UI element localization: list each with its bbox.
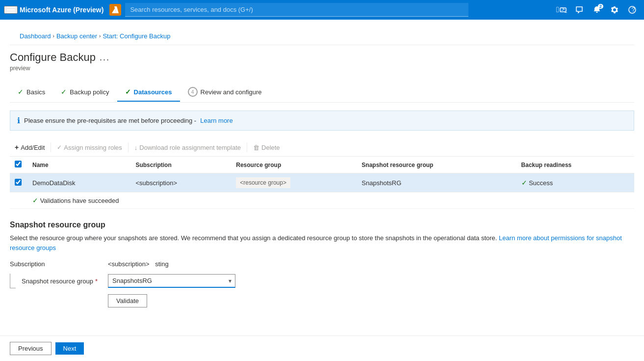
row-checkbox-cell <box>10 173 27 193</box>
subscription-extra: sting <box>155 260 168 268</box>
page-subtitle: preview <box>10 65 634 72</box>
row-resource-group: <resource group> <box>231 173 357 193</box>
row-subscription: <subscription> <box>130 173 231 193</box>
help-button[interactable]: ? <box>624 2 640 18</box>
validation-check-cell <box>10 193 27 209</box>
snapshot-section-desc: Select the resource group where your sna… <box>10 233 634 252</box>
tab-review-configure[interactable]: 4 Review and configure <box>180 82 270 103</box>
tab-datasources-label: Datasources <box>134 88 172 96</box>
snapshot-rg-label: Snapshot resource group * <box>10 274 108 288</box>
col-resource-group: Resource group <box>231 157 357 173</box>
svg-rect-2 <box>7 12 15 13</box>
page-title: Configure Backup <box>10 51 96 64</box>
download-template-label: Download role assignment template <box>139 144 241 151</box>
col-backup-readiness: Backup readiness <box>516 157 634 173</box>
settings-button[interactable] <box>607 2 622 18</box>
add-edit-label: Add/Edit <box>21 144 45 151</box>
validate-row: Validate <box>10 294 634 307</box>
indent-line <box>10 274 16 288</box>
validate-button[interactable]: Validate <box>108 294 147 307</box>
more-options-button[interactable]: ... <box>100 53 110 63</box>
table-row[interactable]: DemoDataDisk <subscription> <resource gr… <box>10 173 634 193</box>
toolbar-divider-1 <box>51 142 51 152</box>
notification-badge: 2 <box>598 4 603 9</box>
snapshot-section: Snapshot resource group Select the resou… <box>10 221 634 307</box>
snapshot-rg-select-wrapper: SnapshotsRG ▾ <box>108 274 235 288</box>
tab-review-configure-num: 4 <box>188 87 198 97</box>
checkmark-icon: ✓ <box>57 144 62 151</box>
snapshot-section-title: Snapshot resource group <box>10 221 634 229</box>
svg-rect-1 <box>7 9 15 10</box>
assign-roles-label: Assign missing roles <box>64 144 122 151</box>
search-input[interactable] <box>125 3 468 17</box>
validation-check-icon: ✓ <box>32 196 38 204</box>
learn-more-link[interactable]: Learn more <box>200 117 232 124</box>
subscription-value: <subscription> sting <box>108 260 169 268</box>
datasources-table: Name Subscription Resource group Snapsho… <box>10 157 634 209</box>
page-content: Dashboard › Backup center › Start: Confi… <box>0 20 644 342</box>
assign-roles-button[interactable]: ✓ Assign missing roles <box>52 142 127 153</box>
notifications-button[interactable]: 2 <box>589 2 605 18</box>
breadcrumb: Dashboard › Backup center › Start: Confi… <box>10 28 634 45</box>
resource-group-placeholder: <resource group> <box>236 177 290 188</box>
snapshot-rg-select[interactable]: SnapshotsRG <box>108 274 235 288</box>
toolbar-divider-2 <box>128 142 129 152</box>
tab-backup-policy-check-icon: ✓ <box>61 88 67 96</box>
row-backup-readiness: ✓ Success <box>516 173 634 193</box>
next-button[interactable]: Next <box>55 342 84 355</box>
tab-review-configure-label: Review and configure <box>201 88 262 96</box>
tab-basics[interactable]: ✓ Basics <box>10 83 53 102</box>
breadcrumb-backup-center[interactable]: Backup center <box>56 32 97 40</box>
plus-icon: + <box>15 143 19 151</box>
breadcrumb-chevron-1: › <box>53 33 54 39</box>
col-name: Name <box>27 157 130 173</box>
top-navigation: Microsoft Azure (Preview) >_ 2 ? <box>0 0 644 20</box>
tab-datasources[interactable]: ✓ Datasources <box>117 83 180 102</box>
validation-message-cell: ✓ Validations have succeeded <box>27 193 634 209</box>
row-snapshot-rg: SnapshotsRG <box>357 173 516 193</box>
row-name: DemoDataDisk <box>27 173 130 193</box>
info-banner: ℹ Please ensure the pre-requisites are m… <box>10 111 634 131</box>
delete-label: Delete <box>261 144 280 151</box>
tab-datasources-check-icon: ✓ <box>125 88 131 96</box>
wizard-tabs: ✓ Basics ✓ Backup policy ✓ Datasources 4… <box>10 82 634 103</box>
svg-text:>_: >_ <box>561 6 567 13</box>
feedback-button[interactable] <box>571 2 587 18</box>
col-snapshot-rg: Snapshot resource group <box>357 157 516 173</box>
col-subscription: Subscription <box>130 157 231 173</box>
menu-button[interactable] <box>4 6 18 14</box>
breadcrumb-dashboard[interactable]: Dashboard <box>20 32 51 40</box>
svg-rect-0 <box>7 7 15 8</box>
tab-basics-label: Basics <box>26 88 45 96</box>
tab-backup-policy-label: Backup policy <box>70 88 109 96</box>
cloud-shell-button[interactable]: >_ <box>554 2 569 18</box>
info-banner-text: Please ensure the pre-requisites are met… <box>24 117 196 124</box>
topnav-icon-group: >_ 2 ? <box>554 2 640 18</box>
row-checkbox[interactable] <box>15 179 22 186</box>
required-indicator: * <box>95 278 98 285</box>
readiness-value: Success <box>529 179 553 187</box>
subscription-row: Subscription <subscription> sting <box>10 260 634 268</box>
breadcrumb-chevron-2: › <box>99 33 101 39</box>
previous-button[interactable]: Previous <box>10 342 52 355</box>
table-toolbar: + Add/Edit ✓ Assign missing roles ↓ Down… <box>10 139 634 157</box>
breadcrumb-configure-backup[interactable]: Start: Configure Backup <box>103 32 170 40</box>
toolbar-divider-3 <box>247 142 247 152</box>
info-icon: ℹ <box>17 116 20 125</box>
snapshot-desc-text: Select the resource group where your sna… <box>10 234 497 242</box>
select-all-checkbox[interactable] <box>15 161 22 167</box>
brand-title: Microsoft Azure (Preview) <box>20 6 103 14</box>
download-template-button[interactable]: ↓ Download role assignment template <box>129 142 246 153</box>
tab-basics-check-icon: ✓ <box>18 88 24 96</box>
success-icon: ✓ <box>521 179 527 187</box>
subscription-label: Subscription <box>10 260 108 268</box>
delete-button[interactable]: 🗑 Delete <box>248 142 285 153</box>
trash-icon: 🗑 <box>253 144 259 151</box>
svg-text:?: ? <box>632 6 635 13</box>
tab-backup-policy[interactable]: ✓ Backup policy <box>53 83 117 102</box>
select-all-col <box>10 157 27 173</box>
snapshot-rg-row: Snapshot resource group * SnapshotsRG ▾ <box>10 274 634 288</box>
validation-row: ✓ Validations have succeeded <box>10 193 634 209</box>
download-icon: ↓ <box>134 144 138 151</box>
add-edit-button[interactable]: + Add/Edit <box>10 141 50 153</box>
